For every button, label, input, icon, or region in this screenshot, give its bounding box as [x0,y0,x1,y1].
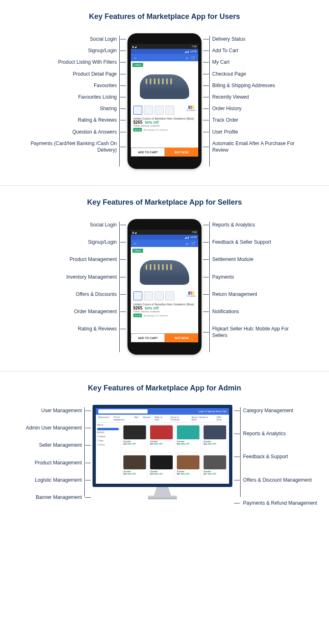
product-discount: 50% Off [145,120,159,125]
filter-checkbox[interactable]: Puma [97,443,119,446]
buy-now-button[interactable]: BUY NOW [165,148,198,157]
monitor-frame: Login & Signup More Cart Electronics TVs… [93,405,232,487]
feature-item: Feedback & Seller Support [211,236,305,248]
sellers-features-left: Social Login Signup/Login Product Manage… [24,219,118,335]
product-image [131,69,198,105]
tab-item[interactable]: Women [143,416,151,421]
product-card[interactable]: Sneaker$48 60% OFF [149,454,174,482]
feature-item: Banner Management [9,492,83,503]
wifi-icon: ◢ ▮ [185,236,189,239]
shoe-illustration [140,74,189,99]
phone-screen: ▮ ◢7:30 ◢ ▮12:00 ← ⌕ 🛒 Offers [131,230,198,342]
buy-now-button[interactable]: BUY NOW [165,333,198,342]
product-card[interactable]: Sneaker$45 60% OFF [122,424,147,452]
back-icon[interactable]: ← [133,241,137,246]
feature-item: Logistic Management [9,474,83,486]
feature-item: Recently Viewed [211,91,305,103]
product-card[interactable]: Sneaker$55 60% OFF [122,454,147,482]
status2-time: 12:00 [190,236,197,238]
feature-item: User Profile [211,126,305,138]
section-title-sellers: Key Features of Marketplace App for Sell… [0,198,329,207]
thumbnail[interactable] [155,291,164,300]
feature-item: Product Listing With Filters [24,56,118,68]
section-sellers: Key Features of Marketplace App for Sell… [0,186,329,371]
phone-mockup-sellers: ▮ ◢7:30 ◢ ▮12:00 ← ⌕ 🛒 Offers [127,219,202,355]
product-title: United Colors of Benetton Men Sneakers (… [131,301,198,306]
feature-item: Offers & Discounts [24,289,118,300]
thumbnail[interactable] [165,291,174,300]
feature-item: Favourites Listing [24,91,118,103]
feature-item: Product Management [24,254,118,265]
filter-heading: BRAND [97,431,119,434]
app-statusbar: ◢ ▮12:00 [131,49,198,54]
desktop-top-bar: Login & Signup More Cart [96,408,229,415]
feature-item: Payments & Refund Management [241,497,320,509]
product-image [131,254,198,291]
filter-checkbox[interactable]: Adidas [97,435,119,438]
feature-item: Automatic Email After A Purchase For Rev… [211,138,305,156]
section-admin: Key Features of Marketplace App for Admi… [0,372,329,525]
colors-label: 3 Colors [187,295,196,297]
tab-item[interactable]: TVs & Appliances [114,416,130,421]
admin-features-right: Category Management Reports & Analytics … [241,405,320,509]
thumbnail[interactable] [133,106,142,115]
product-discount: 50% Off [145,306,159,310]
app-bar: ← ⌕ 🛒 [131,240,198,247]
feature-item: Product Detail Page [24,68,118,80]
thumbnail[interactable] [155,106,164,115]
offer-tag: Offers [132,249,143,253]
tab-item[interactable]: Home & Furniture [171,416,188,421]
product-card[interactable]: Sneaker$60 60% OFF [202,424,227,452]
thumbnail[interactable] [144,106,153,115]
back-icon[interactable]: ← [133,55,137,60]
feature-item: Add To Cart [211,45,305,56]
monitor-stand [148,487,177,499]
tab-item[interactable]: Baby & Kids [155,416,166,421]
section-users: Key Features of Marketplace App for User… [0,0,329,185]
product-card[interactable]: Sneaker$49 60% OFF [149,424,174,452]
tab-item[interactable]: Sports, Books & More [192,416,213,421]
price-slider[interactable] [97,428,119,430]
feature-item: Seller Management [9,439,83,451]
product-price: $265 [133,120,142,125]
feature-item: Reports & Analytics [211,219,305,231]
thumbnail[interactable] [165,106,174,115]
product-card[interactable]: Sneaker$52 60% OFF [176,424,201,452]
search-icon[interactable]: ⌕ [186,241,188,246]
feature-item: Social Login [24,219,118,231]
android-statusbar: ▮ ◢7:30 [131,44,198,49]
feature-item: Category Management [241,405,320,416]
feature-item: Settlement Module [211,254,305,265]
search-icon[interactable]: ⌕ [186,55,188,60]
feature-item: Delivery Status [211,33,305,45]
feature-item: Offers & Discount Management [241,474,320,486]
feature-item: Payments (Card/Net Banking /Cash On Deli… [24,138,118,156]
add-to-cart-button[interactable]: ADD TO CART [131,333,165,342]
feature-item: Admin User Management [9,422,83,434]
rating-text: 39 ratings & 3 reviews [144,129,168,131]
feature-item: Social Login [24,33,118,45]
filter-checkbox[interactable]: Nike [97,439,119,442]
add-to-cart-button[interactable]: ADD TO CART [131,148,165,157]
section-title-users: Key Features of Marketplace App for User… [0,12,329,21]
feature-item: Feedback & Support [241,451,320,462]
desktop-top-right-links[interactable]: Login & Signup More Cart [198,410,227,413]
thumbnail[interactable] [144,291,153,300]
wifi-icon: ◢ ▮ [185,50,189,53]
product-title: United Colors of Benetton Men Sneakers (… [131,115,198,120]
cart-icon[interactable]: 🛒 [191,55,196,60]
tab-item[interactable]: Men [134,416,139,421]
feature-item: Question & Answers [24,126,118,138]
feature-item: Flipkart Seller Hub: Mobile App For Sell… [211,323,305,341]
android-statusbar: ▮ ◢7:30 [131,230,198,235]
thumbnail[interactable] [133,291,142,300]
product-card[interactable]: Sneaker$47 60% OFF [202,454,227,482]
product-card[interactable]: Sneaker$50 60% OFF [176,454,201,482]
product-price: $265 [133,306,142,310]
tab-item[interactable]: Offer Zone [216,416,227,421]
cart-icon[interactable]: 🛒 [191,241,196,246]
desktop-search-input[interactable] [98,409,148,413]
tab-item[interactable]: Electronics [98,416,109,421]
sellers-features-right: Reports & Analytics Feedback & Seller Su… [211,219,305,342]
phone-screen: ▮ ◢7:30 ◢ ▮12:00 ← ⌕ 🛒 Offers [131,44,198,157]
